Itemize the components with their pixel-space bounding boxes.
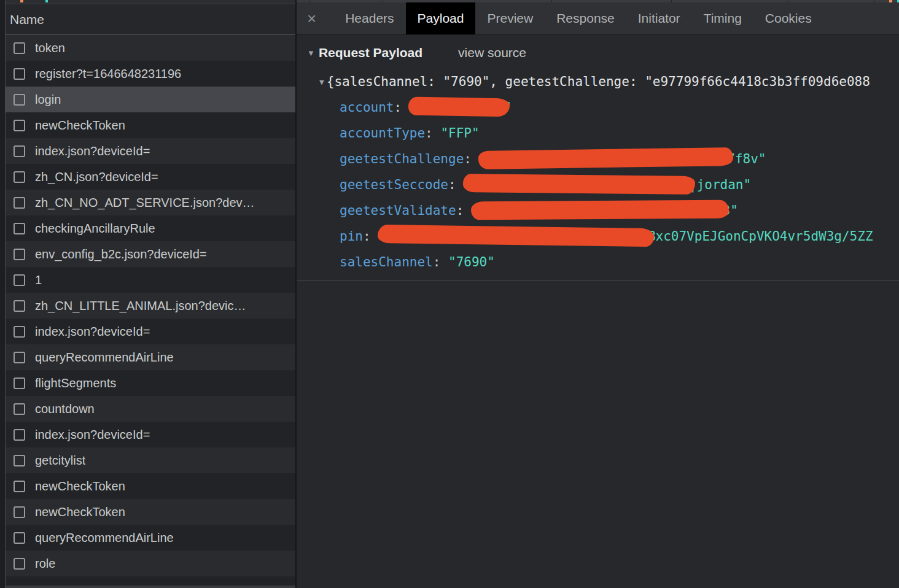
payload-colon: :: [456, 203, 472, 218]
table-row[interactable]: queryRecommendAirLine: [6, 525, 295, 551]
row-checkbox[interactable]: [14, 558, 25, 570]
payload-value-suffix: Bxc07VpEJGonCpVKO4vr5dW3g/5ZZ: [648, 229, 873, 244]
request-detail-panel: × Headers Payload Preview Response Initi…: [297, 0, 899, 588]
payload-entry[interactable]: account: "": [297, 95, 899, 120]
table-row[interactable]: token: [6, 35, 295, 61]
tab-bar-spacer: [325, 2, 333, 34]
left-gutter: [0, 0, 5, 588]
row-checkbox[interactable]: [14, 249, 25, 260]
row-checkbox[interactable]: [14, 403, 25, 415]
payload-entry[interactable]: pin: "Bxc07VpEJGonCpVKO4vr5dW3g/5ZZ: [297, 223, 899, 249]
request-name-label: countdown: [35, 402, 95, 416]
row-checkbox[interactable]: [14, 171, 25, 183]
row-checkbox[interactable]: [14, 197, 25, 209]
payload-key: salesChannel: [340, 255, 433, 269]
row-checkbox[interactable]: [14, 223, 25, 234]
row-checkbox[interactable]: [14, 300, 25, 312]
table-row[interactable]: index.json?deviceId=: [6, 422, 295, 447]
list-partial-row: [6, 576, 295, 586]
row-checkbox[interactable]: [14, 377, 25, 389]
payload-entry[interactable]: salesChannel: "7690": [297, 249, 899, 275]
row-checkbox[interactable]: [14, 506, 25, 518]
table-row[interactable]: newCheckToken: [6, 112, 295, 138]
payload-key: accountType: [340, 126, 425, 141]
row-checkbox[interactable]: [14, 42, 25, 54]
payload-entries: account: "" accountType: "FFP" geetestCh…: [297, 95, 899, 275]
table-row[interactable]: 1: [6, 267, 295, 293]
table-row[interactable]: login: [6, 87, 295, 112]
request-name-label: newCheckToken: [35, 505, 125, 519]
waterfall-tick-teal: [45, 0, 48, 2]
redaction-scribble: [408, 97, 510, 117]
table-row[interactable]: newCheckToken: [6, 473, 295, 499]
payload-preview-line[interactable]: ▼{salesChannel: "7690", geetestChallenge…: [297, 69, 899, 95]
object-expander-icon[interactable]: ▼: [319, 69, 324, 95]
tab-headers[interactable]: Headers: [333, 2, 405, 34]
redaction-scribble: [471, 200, 729, 220]
request-name-label: token: [35, 41, 65, 55]
section-divider: [297, 280, 899, 280]
close-icon[interactable]: ×: [297, 2, 325, 34]
table-row[interactable]: getcitylist: [6, 447, 295, 473]
payload-entry[interactable]: geetestSeccode: "|jordan": [297, 172, 899, 198]
table-row[interactable]: env_config_b2c.json?deviceId=: [6, 241, 295, 267]
table-row[interactable]: index.json?deviceId=: [6, 319, 295, 344]
tab-payload[interactable]: Payload: [406, 2, 476, 34]
table-row[interactable]: register?t=1646648231196: [6, 61, 295, 87]
request-name-label: zh_CN_NO_ADT_SERVICE.json?dev…: [35, 196, 255, 210]
table-row[interactable]: role: [6, 551, 295, 576]
request-name-label: 1: [35, 273, 42, 287]
table-row[interactable]: zh_CN_LITTLE_ANIMAL.json?devic…: [6, 293, 295, 319]
request-name-label: login: [35, 93, 61, 107]
tab-cookies[interactable]: Cookies: [753, 2, 823, 34]
row-checkbox[interactable]: [14, 145, 25, 157]
request-list: token register?t=1646648231196 login new…: [6, 35, 295, 576]
table-row[interactable]: flightSegments: [6, 370, 295, 396]
table-row[interactable]: queryRecommendAirLine: [6, 344, 295, 370]
payload-entry[interactable]: accountType: "FFP": [297, 120, 899, 146]
payload-preview-text: {salesChannel: "7690", geetestChallenge:…: [327, 74, 870, 89]
table-row[interactable]: index.json?deviceId=: [6, 138, 295, 164]
payload-entry[interactable]: geetestChallenge: "7f8v": [297, 146, 899, 172]
tab-response[interactable]: Response: [545, 2, 626, 34]
request-name-label: zh_CN.json?deviceId=: [35, 170, 158, 184]
table-row[interactable]: checkingAncillaryRule: [6, 215, 295, 241]
request-name-label: newCheckToken: [35, 118, 125, 133]
row-checkbox[interactable]: [14, 326, 25, 338]
table-row[interactable]: newCheckToken: [6, 499, 295, 525]
row-checkbox[interactable]: [14, 68, 25, 80]
tab-preview[interactable]: Preview: [475, 2, 545, 34]
row-checkbox[interactable]: [14, 429, 25, 441]
row-checkbox[interactable]: [14, 120, 25, 131]
table-row[interactable]: zh_CN.json?deviceId=: [6, 164, 295, 190]
view-source-link[interactable]: view source: [458, 45, 526, 60]
row-checkbox[interactable]: [14, 532, 25, 544]
payload-entry[interactable]: geetestValidate: "3": [297, 198, 899, 223]
redaction-scribble: [463, 174, 695, 195]
payload-colon: :: [363, 229, 378, 244]
request-name-label: newCheckToken: [35, 479, 125, 493]
devtools-network-panel: Name token register?t=1646648231196 logi…: [0, 0, 899, 588]
section-title: Request Payload: [319, 45, 422, 60]
request-name-label: getcitylist: [35, 454, 85, 468]
row-checkbox[interactable]: [14, 94, 25, 106]
table-row[interactable]: countdown: [6, 396, 295, 422]
payload-colon: :: [394, 100, 410, 115]
request-name-label: register?t=1646648231196: [35, 67, 181, 81]
tab-timing[interactable]: Timing: [692, 2, 753, 34]
request-name-label: role: [35, 557, 55, 571]
section-expander-icon[interactable]: ▼: [307, 48, 315, 58]
payload-content: ▼Request Payloadview source ▼{salesChann…: [297, 36, 899, 588]
row-checkbox[interactable]: [14, 455, 25, 466]
row-checkbox[interactable]: [14, 274, 25, 286]
table-row[interactable]: zh_CN_NO_ADT_SERVICE.json?dev…: [6, 190, 295, 215]
payload-key: geetestChallenge: [340, 152, 464, 166]
name-column-header[interactable]: Name: [6, 5, 295, 35]
tab-initiator[interactable]: Initiator: [626, 2, 692, 34]
payload-key: pin: [340, 229, 363, 244]
row-checkbox[interactable]: [14, 481, 25, 492]
request-name-label: checkingAncillaryRule: [35, 222, 155, 236]
payload-key: account: [340, 100, 394, 115]
row-checkbox[interactable]: [14, 352, 25, 363]
request-list-panel: Name token register?t=1646648231196 logi…: [0, 0, 295, 588]
